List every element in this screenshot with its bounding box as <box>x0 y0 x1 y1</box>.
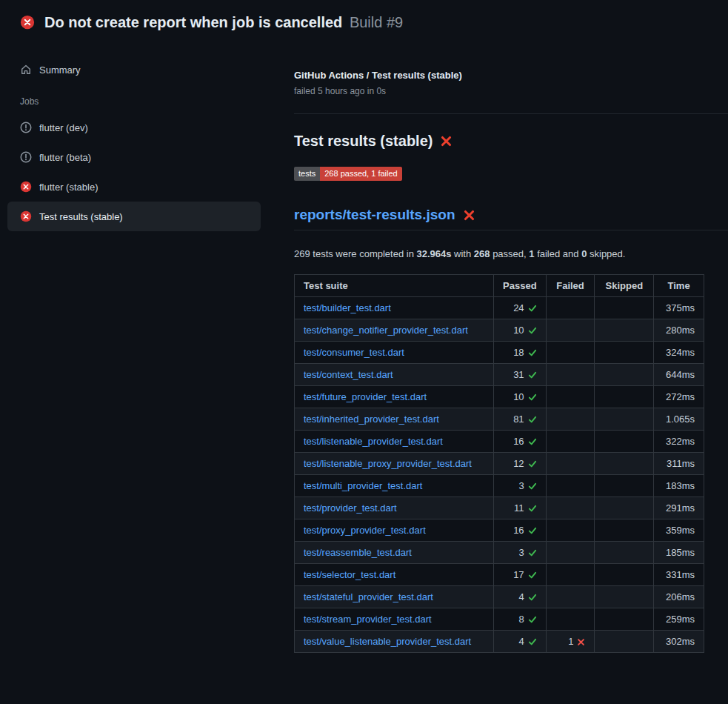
suite-link[interactable]: test/builder_test.dart <box>304 302 391 313</box>
suite-cell: test/selector_test.dart <box>295 564 494 586</box>
suite-link[interactable]: test/proxy_provider_test.dart <box>304 525 426 536</box>
x-icon <box>573 636 585 647</box>
suite-link[interactable]: test/selector_test.dart <box>304 569 395 580</box>
time-cell: 331ms <box>654 564 704 586</box>
suite-cell: test/listenable_proxy_provider_test.dart <box>295 453 494 475</box>
suite-link[interactable]: test/future_provider_test.dart <box>304 391 427 402</box>
sidebar-job-item[interactable]: flutter (stable) <box>7 172 261 202</box>
failed-cell <box>546 297 595 319</box>
x-circle-icon <box>20 181 32 193</box>
suite-cell: test/builder_test.dart <box>295 297 494 319</box>
x-circle-icon <box>20 210 32 222</box>
summary-passed-suffix: passed, <box>490 248 530 259</box>
suite-cell: test/consumer_test.dart <box>295 342 494 364</box>
sidebar-item-summary[interactable]: Summary <box>7 56 261 83</box>
check-icon <box>524 525 537 536</box>
results-table: Test suite Passed Failed Skipped Time te… <box>294 274 704 653</box>
time-cell: 280ms <box>654 319 704 342</box>
passed-cell: 10 <box>494 386 547 408</box>
failed-cell <box>546 453 595 475</box>
table-row: test/inherited_provider_test.dart811.065… <box>295 408 704 431</box>
skipped-cell <box>595 608 654 631</box>
suite-link[interactable]: test/provider_test.dart <box>304 502 397 514</box>
time-cell: 322ms <box>654 431 704 453</box>
passed-cell: 81 <box>494 408 547 431</box>
results-table-body: test/builder_test.dart24375mstest/change… <box>295 297 704 653</box>
suite-link[interactable]: test/reassemble_test.dart <box>304 547 412 558</box>
table-row: test/change_notifier_provider_test.dart1… <box>295 319 704 342</box>
check-icon <box>524 547 537 558</box>
check-icon <box>524 569 537 580</box>
table-row: test/stream_provider_test.dart8259ms <box>295 608 704 631</box>
suite-link[interactable]: test/multi_provider_test.dart <box>304 480 422 491</box>
job-label: Test results (stable) <box>39 211 123 222</box>
skipped-cell <box>595 408 654 431</box>
failed-cell <box>546 408 595 431</box>
passed-cell: 16 <box>494 431 547 453</box>
report-link[interactable]: reports/test-results.json <box>294 207 455 223</box>
check-icon <box>524 502 537 514</box>
time-cell: 359ms <box>654 519 704 542</box>
suite-link[interactable]: test/stream_provider_test.dart <box>304 614 432 625</box>
passed-cell: 24 <box>494 297 547 319</box>
summary-label: Summary <box>39 64 81 76</box>
check-icon <box>524 369 537 380</box>
job-label: flutter (stable) <box>39 182 98 193</box>
failed-cell <box>546 497 595 519</box>
passed-cell: 4 <box>494 586 547 608</box>
section-title-text: Test results (stable) <box>294 133 433 150</box>
tests-badge: tests 268 passed, 1 failed <box>294 167 402 181</box>
suite-link[interactable]: test/listenable_proxy_provider_test.dart <box>304 458 472 469</box>
sidebar-job-item[interactable]: flutter (beta) <box>7 142 261 172</box>
check-icon <box>524 391 537 402</box>
badge-label: tests <box>294 167 320 181</box>
suite-link[interactable]: test/consumer_test.dart <box>304 347 404 358</box>
table-row: test/builder_test.dart24375ms <box>295 297 704 319</box>
table-row: test/reassemble_test.dart3185ms <box>295 542 704 564</box>
failed-cell <box>546 542 595 564</box>
check-icon <box>524 325 537 336</box>
sidebar-job-item[interactable]: Test results (stable) <box>7 202 261 231</box>
suite-link[interactable]: test/inherited_provider_test.dart <box>304 414 439 425</box>
failed-cell <box>546 364 595 386</box>
time-cell: 272ms <box>654 386 704 408</box>
jobs-list: flutter (dev)flutter (beta)flutter (stab… <box>7 113 274 231</box>
suite-link[interactable]: test/listenable_provider_test.dart <box>304 436 443 447</box>
suite-cell: test/listenable_provider_test.dart <box>295 431 494 453</box>
suite-link[interactable]: test/value_listenable_provider_test.dart <box>304 636 471 647</box>
failed-cell: 1 <box>546 631 595 653</box>
skipped-cell <box>595 475 654 497</box>
skipped-cell <box>595 586 654 608</box>
suite-link[interactable]: test/stateful_provider_test.dart <box>304 591 433 602</box>
header-time: Time <box>654 275 704 297</box>
passed-cell: 16 <box>494 519 547 542</box>
passed-cell: 3 <box>494 475 547 497</box>
time-cell: 206ms <box>654 586 704 608</box>
time-cell: 375ms <box>654 297 704 319</box>
check-icon <box>524 614 537 625</box>
skipped-cell <box>595 342 654 364</box>
suite-cell: test/context_test.dart <box>295 364 494 386</box>
breadcrumb: GitHub Actions / Test results (stable) <box>294 70 704 81</box>
check-icon <box>524 302 537 313</box>
table-row: test/value_listenable_provider_test.dart… <box>295 631 704 653</box>
passed-cell: 12 <box>494 453 547 475</box>
failed-cell <box>546 586 595 608</box>
run-title: Do not create report when job is cancell… <box>44 13 403 32</box>
suite-cell: test/reassemble_test.dart <box>295 542 494 564</box>
check-icon <box>524 347 537 358</box>
sidebar-job-item[interactable]: flutter (dev) <box>7 113 261 142</box>
jobs-heading: Jobs <box>7 96 274 107</box>
run-header: Do not create report when job is cancell… <box>0 0 728 41</box>
suite-link[interactable]: test/context_test.dart <box>304 369 393 380</box>
time-cell: 259ms <box>654 608 704 631</box>
skipped-cell <box>595 319 654 342</box>
suite-link[interactable]: test/change_notifier_provider_test.dart <box>304 325 468 336</box>
failed-cell <box>546 386 595 408</box>
summary-failed-suffix: failed and <box>535 248 582 259</box>
skipped-cell <box>595 631 654 653</box>
home-icon <box>20 64 32 76</box>
suite-cell: test/multi_provider_test.dart <box>295 475 494 497</box>
check-icon <box>524 458 537 469</box>
passed-cell: 11 <box>494 497 547 519</box>
